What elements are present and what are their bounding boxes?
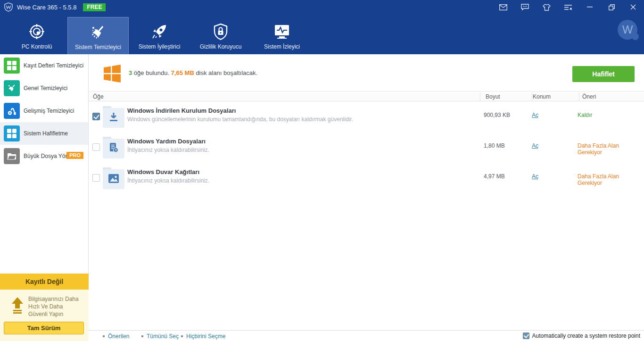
lighten-button[interactable]: Hafiflet <box>572 66 635 82</box>
avatar-letter: W <box>622 23 633 36</box>
row-title: Windows Yardım Dosyaları <box>127 138 206 145</box>
sidebar-item-gelismis-temizleyici[interactable]: Gelişmiş Temizleyici <box>0 100 88 122</box>
sidebar-item-label: Kayıt Defteri Temizleyici <box>24 62 83 69</box>
upgrade-arrow-icon <box>10 296 25 315</box>
menu-icon[interactable] <box>557 0 579 14</box>
tab-label: Gizlilik Koruyucu <box>200 43 242 50</box>
free-size: 7,65 MB <box>171 69 194 76</box>
shield-lock-icon <box>213 23 228 41</box>
row-recommendation: Daha Fazla Alan Gerekiyor <box>578 142 644 156</box>
close-icon[interactable] <box>622 0 644 14</box>
upgrade-promo-area: Bilgisayarınızı Daha Hızlı Ve Daha Güven… <box>0 290 89 341</box>
wallpaper-icon <box>103 167 124 189</box>
tab-pc-kontrolu[interactable]: PC Kontrolü <box>6 17 67 54</box>
restore-point-checkbox[interactable]: Automatically create a system restore po… <box>523 333 640 339</box>
open-location-link[interactable]: Aç <box>532 173 538 180</box>
row-recommendation: Kaldır <box>578 112 592 118</box>
row-size: 900,93 KB <box>484 112 510 118</box>
free-text: disk alanı boşaltılacak. <box>194 69 257 76</box>
select-none-link[interactable]: Hiçbirini Seçme <box>181 333 225 340</box>
mail-icon[interactable] <box>492 0 514 14</box>
full-version-button[interactable]: Tam Sürüm <box>4 322 84 334</box>
scan-result-text: 3 öğe bulundu. 7,65 MB disk alanı boşalt… <box>129 69 257 76</box>
column-separator <box>579 92 579 101</box>
link-label: Hiçbirini Seçme <box>186 333 225 340</box>
row-checkbox[interactable] <box>92 143 100 151</box>
link-label: Önerilen <box>108 333 129 340</box>
window-title: Wise Care 365 - 5.5.8 <box>17 4 76 11</box>
checkbox-checked-icon <box>523 333 529 339</box>
sidebar-item-label: Genel Temizleyici <box>24 85 67 91</box>
column-header-recommendation[interactable]: Öneri <box>582 93 596 100</box>
column-header-size[interactable]: Boyut <box>486 93 500 100</box>
column-header-item[interactable]: Öğe <box>93 93 104 100</box>
row-recommendation: Daha Fazla Alan Gerekiyor <box>578 173 644 186</box>
row-title: Windows Duvar Kağıtları <box>127 168 199 175</box>
sidebar-item-genel-temizleyici[interactable]: Genel Temizleyici <box>0 77 88 100</box>
row-title: Windows İndirilen Kurulum Dosyaları <box>127 107 236 114</box>
row-description: İhtiyacınız yoksa kaldırabilirsiniz. <box>127 147 209 153</box>
registration-status: Kayıtlı Değil <box>25 278 63 285</box>
tab-label: Sistem İyileştirici <box>139 43 181 50</box>
tab-sistem-iyilestirici[interactable]: Sistem İyileştirici <box>129 17 190 54</box>
row-checkbox[interactable] <box>92 174 100 182</box>
tab-sistem-temizleyici[interactable]: Sistem Temizleyici <box>67 17 129 54</box>
window-panes-icon <box>4 125 20 141</box>
tab-sistem-izleyici[interactable]: Sistem İzleyici <box>251 17 313 54</box>
upgrade-promo-text: Bilgisayarınızı Daha Hızlı Ve Daha Güven… <box>28 295 79 318</box>
minimize-icon[interactable] <box>579 0 601 14</box>
bullet-icon <box>181 335 183 337</box>
column-header-location[interactable]: Konum <box>533 93 551 100</box>
windows-logo-icon <box>103 64 122 83</box>
promo-line: Güvenli Yapın <box>28 310 79 318</box>
tab-gizlilik-koruyucu[interactable]: Gizlilik Koruyucu <box>190 17 251 54</box>
app-logo-icon <box>4 2 13 12</box>
sidebar-item-kayit-defteri[interactable]: Kayıt Defteri Temizleyici <box>0 54 88 77</box>
rocket-icon <box>151 23 168 41</box>
row-size: 4,97 MB <box>484 173 505 180</box>
broom-icon <box>89 23 107 41</box>
feedback-icon[interactable] <box>514 0 536 14</box>
select-all-link[interactable]: Tümünü Seç <box>141 333 179 340</box>
free-badge: FREE <box>83 3 106 11</box>
recommended-link[interactable]: Önerilen <box>103 333 129 340</box>
bullet-icon <box>103 335 105 337</box>
full-version-label: Tam Sürüm <box>27 324 61 332</box>
row-description: İhtiyacınız yoksa kaldırabilirsiniz. <box>127 177 209 184</box>
folder-icon <box>4 148 20 164</box>
promo-line: Hızlı Ve Daha <box>28 303 79 310</box>
registry-grid-icon <box>4 58 20 74</box>
monitor-pulse-icon <box>272 23 291 41</box>
download-folder-icon <box>103 106 124 128</box>
main-content: 3 öğe bulundu. 7,65 MB disk alanı boşalt… <box>89 54 644 341</box>
pc-checkup-icon <box>28 23 45 41</box>
skin-icon[interactable] <box>536 0 557 14</box>
help-file-icon: ? <box>103 137 124 158</box>
restore-icon[interactable] <box>601 0 622 14</box>
bullet-icon <box>141 335 143 337</box>
svg-text:?: ? <box>115 148 117 152</box>
registration-status-banner[interactable]: Kayıtlı Değil <box>0 274 89 290</box>
tab-label: PC Kontrolü <box>22 43 52 50</box>
promo-line: Bilgisayarınızı Daha <box>28 295 79 303</box>
sidebar-item-label: Sistem Hafifletme <box>24 130 68 137</box>
broom-icon <box>4 80 20 96</box>
sidebar-item-buyuk-dosya-yonetici[interactable]: Büyük Dosya Yönetici PRO <box>0 145 88 167</box>
sidebar-item-sistem-hafifletme[interactable]: Sistem Hafifletme <box>0 122 88 145</box>
row-description: Windows güncellemelerinin kurulumu tamam… <box>127 116 353 123</box>
row-size: 1,80 MB <box>484 142 505 149</box>
table-row: Windows İndirilen Kurulum Dosyaları Wind… <box>89 101 644 132</box>
found-text: öğe bulundu. <box>132 69 171 76</box>
open-location-link[interactable]: Aç <box>532 142 538 149</box>
content-footer: Önerilen Tümünü Seç Hiçbirini Seçme Auto… <box>89 330 644 341</box>
table-row: Windows Duvar Kağıtları İhtiyacınız yoks… <box>89 163 644 193</box>
row-checkbox[interactable] <box>92 113 100 120</box>
account-avatar[interactable]: W <box>618 20 637 40</box>
wise-care-window: Wise Care 365 - 5.5.8 FREE P <box>0 0 644 341</box>
main-navbar: PC Kontrolü Sistem Temizleyici Sistem İy… <box>0 14 644 54</box>
titlebar: Wise Care 365 - 5.5.8 FREE <box>0 0 644 14</box>
link-label: Tümünü Seç <box>147 333 179 340</box>
open-location-link[interactable]: Aç <box>532 112 538 118</box>
scan-summary: 3 öğe bulundu. 7,65 MB disk alanı boşalt… <box>89 54 644 91</box>
vacuum-icon <box>4 103 20 119</box>
